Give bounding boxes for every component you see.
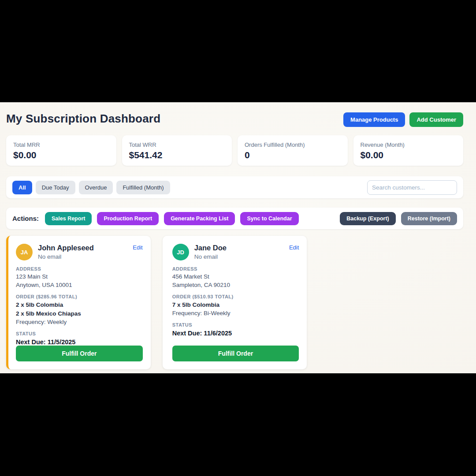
filter-tab-all[interactable]: All <box>12 181 32 194</box>
avatar: JA <box>16 244 33 260</box>
address-label: ADDRESS <box>172 266 299 271</box>
next-due: Next Due: 11/5/2025 <box>16 338 143 346</box>
filter-tab-fulfilled-month[interactable]: Fulfilled (Month) <box>116 181 170 194</box>
filter-bar: All Due Today Overdue Fulfilled (Month) <box>6 176 463 198</box>
restore-import-button[interactable]: Restore (Import) <box>401 212 457 225</box>
stat-card-revenue: Revenue (Month) $0.00 <box>353 135 464 166</box>
avatar: JD <box>172 244 189 260</box>
filter-tab-overdue[interactable]: Overdue <box>79 181 113 194</box>
header: My Subscription Dashboard Manage Product… <box>6 112 463 127</box>
next-due: Next Due: 11/6/2025 <box>172 330 299 337</box>
order-section: ORDER ($510.93 TOTAL) 7 x 5lb Colombia F… <box>172 294 299 316</box>
customer-email: No email <box>194 253 227 260</box>
subscription-dashboard: My Subscription Dashboard Manage Product… <box>0 102 476 373</box>
header-actions: Manage Products Add Customer <box>343 112 463 127</box>
status-label: STATUS <box>172 322 299 327</box>
order-item: 2 x 5lb Colombia <box>16 301 143 308</box>
customer-email: No email <box>38 253 94 260</box>
stat-label: Total MRR <box>13 141 109 148</box>
fulfill-order-button[interactable]: Fulfill Order <box>172 346 299 361</box>
address-line: 123 Main St <box>16 273 143 280</box>
stat-label: Revenue (Month) <box>361 141 457 148</box>
order-item: 7 x 5lb Colombia <box>172 301 299 308</box>
stat-value: $541.42 <box>129 150 225 160</box>
customer-identity: Jane Doe No email <box>194 244 227 260</box>
stat-label: Orders Fulfilled (Month) <box>245 141 341 148</box>
actions-bar: Actions: Sales Report Production Report … <box>6 208 463 229</box>
customer-header: JD Jane Doe No email Edit <box>172 244 299 260</box>
order-label: ORDER ($285.96 TOTAL) <box>16 294 143 299</box>
address-section: ADDRESS 456 Market St Sampleton, CA 9021… <box>172 266 299 288</box>
frequency: Frequency: Weekly <box>16 319 143 325</box>
page-title: My Subscription Dashboard <box>6 112 160 126</box>
generate-packing-list-button[interactable]: Generate Packing List <box>164 212 235 225</box>
address-line: Sampleton, CA 90210 <box>172 282 299 288</box>
customer-name: Jane Doe <box>194 244 227 252</box>
address-section: ADDRESS 123 Main St Anytown, USA 10001 <box>16 266 143 288</box>
address-line: Anytown, USA 10001 <box>16 282 143 288</box>
search-input[interactable] <box>367 180 457 195</box>
backup-export-button[interactable]: Backup (Export) <box>340 212 396 225</box>
status-section: STATUS Next Due: 11/6/2025 <box>172 322 299 337</box>
customer-grid: JA John Appleseed No email Edit ADDRESS … <box>6 236 463 369</box>
stat-value: $0.00 <box>361 150 457 160</box>
sales-report-button[interactable]: Sales Report <box>45 212 92 225</box>
address-line: 456 Market St <box>172 273 299 280</box>
stat-card-total-wrr: Total WRR $541.42 <box>122 135 232 166</box>
order-label: ORDER ($510.93 TOTAL) <box>172 294 299 299</box>
address-label: ADDRESS <box>16 266 143 271</box>
status-section: STATUS Next Due: 11/5/2025 <box>16 331 143 346</box>
stat-value: $0.00 <box>13 150 109 160</box>
add-customer-button[interactable]: Add Customer <box>409 112 463 127</box>
customer-identity: John Appleseed No email <box>38 244 94 260</box>
actions-label: Actions: <box>12 215 39 222</box>
order-section: ORDER ($285.96 TOTAL) 2 x 5lb Colombia 2… <box>16 294 143 325</box>
stat-value: 0 <box>245 150 341 160</box>
customer-name: John Appleseed <box>38 244 94 252</box>
order-item: 2 x 5lb Mexico Chiapas <box>16 310 143 317</box>
stats-row: Total MRR $0.00 Total WRR $541.42 Orders… <box>6 135 463 166</box>
manage-products-button[interactable]: Manage Products <box>343 112 405 127</box>
production-report-button[interactable]: Production Report <box>97 212 159 225</box>
frequency: Frequency: Bi-Weekly <box>172 310 299 316</box>
customer-card-john-appleseed: JA John Appleseed No email Edit ADDRESS … <box>6 236 151 369</box>
edit-link[interactable]: Edit <box>289 244 299 251</box>
filter-tab-due-today[interactable]: Due Today <box>36 181 75 194</box>
customer-card-jane-doe: JD Jane Doe No email Edit ADDRESS 456 Ma… <box>163 236 307 369</box>
stat-label: Total WRR <box>129 141 225 148</box>
customer-header: JA John Appleseed No email Edit <box>16 244 143 260</box>
stat-card-orders-fulfilled: Orders Fulfilled (Month) 0 <box>238 135 348 166</box>
fulfill-order-button[interactable]: Fulfill Order <box>16 346 143 361</box>
status-label: STATUS <box>16 331 143 336</box>
filter-tabs: All Due Today Overdue Fulfilled (Month) <box>12 181 170 194</box>
edit-link[interactable]: Edit <box>133 244 142 251</box>
stat-card-total-mrr: Total MRR $0.00 <box>6 135 116 166</box>
sync-to-calendar-button[interactable]: Sync to Calendar <box>240 212 298 225</box>
